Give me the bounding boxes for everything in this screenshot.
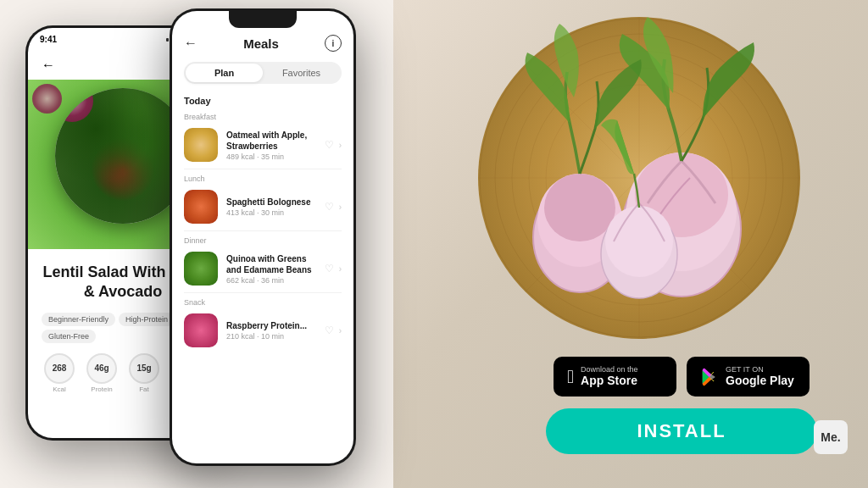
meal-info-quinoa: Quinoa with Greens and Edamame Beans 662… (226, 253, 316, 285)
heart-icon-quinoa[interactable]: ♡ (325, 263, 334, 274)
google-play-large-text: Google Play (726, 374, 794, 388)
meal-actions-quinoa: ♡ › (325, 263, 342, 274)
chevron-spaghetti[interactable]: › (339, 202, 342, 212)
section-today: Today (172, 91, 353, 109)
stat-protein: 46g Protein (84, 353, 120, 393)
app-store-text: Download on the App Store (581, 365, 638, 388)
content-overlay: 9:41 ▲ ▬ ← (0, 0, 868, 488)
install-label: INSTALL (637, 420, 726, 441)
stat-protein-value: 46g (86, 353, 117, 384)
app-store-small-text: Download on the (581, 365, 638, 374)
meal-info-oatmeal: Oatmeal with Apple, Strawberries 489 kca… (226, 130, 316, 161)
me-badge-label: Me. (821, 430, 840, 444)
install-button[interactable]: INSTALL (546, 408, 817, 454)
phone-front: ← Meals i Plan Favorites Today Breakfast… (170, 8, 356, 466)
google-play-icon (700, 368, 719, 386)
heart-icon-raspberry[interactable]: ♡ (325, 324, 334, 336)
meal-actions-oatmeal: ♡ › (325, 139, 342, 151)
google-play-text: GET IT ON Google Play (726, 365, 794, 388)
google-play-button[interactable]: GET IT ON Google Play (687, 357, 810, 396)
stat-kcal: 268 Kcal (42, 353, 77, 393)
phone-notch (229, 11, 297, 28)
meal-name-oatmeal: Oatmeal with Apple, Strawberries (226, 130, 316, 152)
chevron-quinoa[interactable]: › (339, 264, 342, 274)
meal-img-raspberry (184, 313, 218, 347)
meals-title: Meals (198, 36, 325, 51)
tab-plan[interactable]: Plan (186, 64, 263, 82)
heart-icon-spaghetti[interactable]: ♡ (325, 201, 334, 213)
meal-img-oatmeal (184, 128, 218, 162)
meal-type-snack: Snack (172, 295, 353, 308)
stat-fat-label: Fat (126, 385, 162, 393)
status-time: 9:41 (40, 35, 57, 44)
meal-img-quinoa (184, 252, 218, 286)
tag-beginner: Beginner-Friendly (42, 313, 115, 326)
app-store-button[interactable]:  Download on the App Store (554, 357, 676, 396)
heart-icon-oatmeal[interactable]: ♡ (325, 139, 334, 151)
meal-type-lunch: Lunch (172, 171, 353, 185)
meal-actions-raspberry: ♡ › (325, 324, 342, 336)
meal-name-quinoa: Quinoa with Greens and Edamame Beans (226, 253, 316, 275)
me-badge[interactable]: Me. (814, 420, 848, 454)
meal-meta-quinoa: 662 kcal · 36 min (226, 276, 316, 285)
stat-fat: 15g Fat (126, 353, 162, 393)
meal-item-quinoa[interactable]: Quinoa with Greens and Edamame Beans 662… (172, 247, 353, 291)
meals-back-btn[interactable]: ← (184, 36, 198, 51)
meal-actions-spaghetti: ♡ › (325, 201, 342, 213)
meal-info-spaghetti: Spaghetti Bolognese 413 kcal · 30 min (226, 197, 316, 217)
meal-info-raspberry: Raspberry Protein... 210 kcal · 10 min (226, 320, 316, 341)
divider-1 (184, 169, 342, 169)
signal-bar-1 (166, 38, 169, 42)
meal-name-spaghetti: Spaghetti Bolognese (226, 197, 316, 208)
meal-item-oatmeal[interactable]: Oatmeal with Apple, Strawberries 489 kca… (172, 123, 353, 167)
meal-meta-oatmeal: 489 kcal · 35 min (226, 152, 316, 161)
chevron-raspberry[interactable]: › (339, 326, 342, 336)
app-store-large-text: App Store (581, 374, 638, 388)
stat-protein-label: Protein (84, 385, 120, 393)
divider-3 (184, 292, 342, 293)
google-play-small-text: GET IT ON (726, 365, 794, 374)
meal-name-raspberry: Raspberry Protein... (226, 320, 316, 331)
meals-header: ← Meals i (172, 28, 353, 58)
stat-fat-value: 15g (129, 353, 159, 384)
meal-item-spaghetti[interactable]: Spaghetti Bolognese 413 kcal · 30 min ♡ … (172, 185, 353, 229)
phone-front-screen: ← Meals i Plan Favorites Today Breakfast… (172, 11, 353, 463)
store-buttons:  Download on the App Store GET IT ON (554, 357, 810, 396)
apple-icon:  (567, 366, 574, 388)
beet-half-left (32, 84, 62, 114)
meal-meta-raspberry: 210 kcal · 10 min (226, 332, 316, 341)
back-arrow-btn[interactable]: ← (42, 58, 55, 73)
stat-kcal-label: Kcal (42, 385, 77, 393)
meal-img-spaghetti (184, 190, 218, 224)
divider-2 (184, 230, 342, 231)
tab-favorites[interactable]: Favorites (263, 64, 340, 82)
meal-type-dinner: Dinner (172, 233, 353, 247)
cta-area:  Download on the App Store GET IT ON (512, 357, 851, 454)
meal-item-raspberry[interactable]: Raspberry Protein... 210 kcal · 10 min ♡… (172, 308, 353, 352)
meal-meta-spaghetti: 413 kcal · 30 min (226, 208, 316, 217)
tag-protein: High-Protein (119, 313, 175, 326)
info-icon-btn[interactable]: i (325, 35, 342, 52)
meal-type-breakfast: Breakfast (172, 109, 353, 123)
tab-bar: Plan Favorites (184, 62, 342, 84)
tag-gluten: Gluten-Free (42, 330, 96, 343)
chevron-oatmeal[interactable]: › (339, 141, 342, 150)
stat-kcal-value: 268 (44, 353, 75, 384)
